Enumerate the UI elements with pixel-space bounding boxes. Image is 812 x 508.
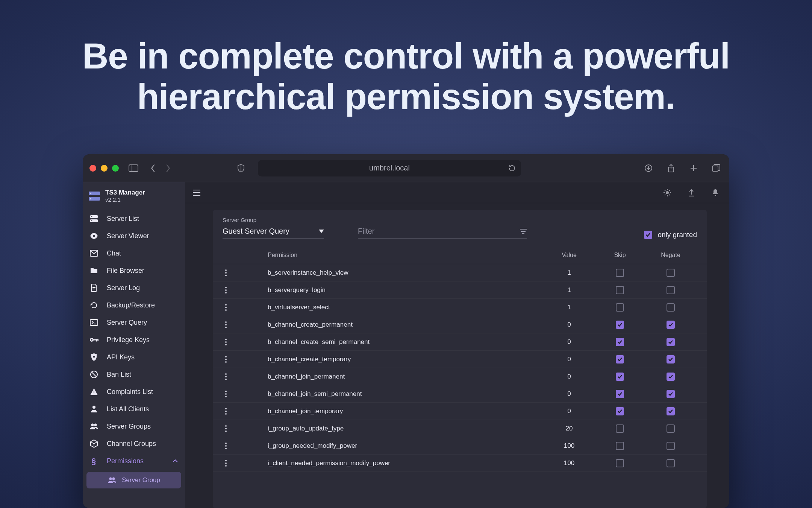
sidebar-item-label: Chat	[107, 249, 121, 257]
row-menu-button[interactable]	[223, 338, 268, 346]
sidebar-item-server-viewer[interactable]: Server Viewer	[83, 227, 185, 245]
sidebar-item-ban-list[interactable]: Ban List	[83, 366, 185, 383]
permission-value[interactable]: 0	[543, 408, 595, 415]
close-window-button[interactable]	[89, 165, 96, 172]
row-menu-button[interactable]	[223, 425, 268, 432]
sidebar-item-server-groups[interactable]: Server Groups	[83, 418, 185, 435]
minimize-window-button[interactable]	[101, 165, 108, 172]
row-menu-button[interactable]	[223, 459, 268, 467]
row-menu-button[interactable]	[223, 356, 268, 363]
permission-value[interactable]: 1	[543, 269, 595, 277]
checkbox[interactable]	[667, 459, 675, 467]
upload-icon[interactable]	[685, 186, 698, 199]
new-tab-icon[interactable]	[687, 162, 700, 175]
server-group-value: Guest Server Query	[223, 227, 289, 236]
sidebar-item-chat[interactable]: Chat	[83, 245, 185, 262]
permission-value[interactable]: 0	[543, 390, 595, 398]
forward-button[interactable]	[162, 162, 174, 175]
checkbox[interactable]	[616, 355, 624, 364]
sidebar-item-list-all-clients[interactable]: List All Clients	[83, 400, 185, 418]
sidebar-subitem-server-group[interactable]: Server Group	[86, 472, 181, 488]
checkbox[interactable]	[667, 373, 675, 381]
sidebar-item-server-query[interactable]: Server Query	[83, 314, 185, 331]
checkbox[interactable]	[616, 424, 624, 433]
checkbox[interactable]	[667, 442, 675, 450]
shield-icon	[89, 353, 98, 362]
titlebar-right	[642, 162, 723, 175]
permission-value[interactable]: 1	[543, 304, 595, 311]
permission-value[interactable]: 0	[543, 373, 595, 380]
only-granted-checkbox[interactable]	[644, 231, 652, 239]
row-menu-button[interactable]	[223, 373, 268, 380]
permission-name: i_client_needed_permission_modify_power	[268, 459, 543, 467]
checkbox[interactable]	[667, 286, 675, 294]
checkbox[interactable]	[667, 338, 675, 346]
checkbox[interactable]	[667, 407, 675, 415]
checkbox[interactable]	[616, 338, 624, 346]
sidebar-item-complaints-list[interactable]: Complaints List	[83, 383, 185, 400]
sidebar-item-backup-restore[interactable]: Backup/Restore	[83, 297, 185, 314]
back-button[interactable]	[147, 162, 159, 175]
svg-point-31	[91, 424, 94, 426]
row-menu-button[interactable]	[223, 390, 268, 398]
permission-value[interactable]: 0	[543, 321, 595, 329]
checkbox[interactable]	[616, 373, 624, 381]
svg-line-49	[665, 195, 665, 195]
checkbox[interactable]	[616, 286, 624, 294]
checkbox[interactable]	[667, 269, 675, 277]
checkbox[interactable]	[667, 424, 675, 433]
row-menu-button[interactable]	[223, 269, 268, 277]
row-menu-button[interactable]	[223, 286, 268, 294]
permission-value[interactable]: 0	[543, 356, 595, 363]
sidebar-item-privilege-keys[interactable]: Privilege Keys	[83, 331, 185, 348]
skip-cell	[595, 442, 644, 450]
sidebar-item-channel-groups[interactable]: Channel Groups	[83, 435, 185, 452]
row-menu-button[interactable]	[223, 442, 268, 450]
maximize-window-button[interactable]	[112, 165, 119, 172]
hamburger-icon[interactable]	[190, 186, 203, 199]
checkbox[interactable]	[616, 321, 624, 329]
address-bar[interactable]: umbrel.local	[258, 160, 521, 176]
checkbox[interactable]	[667, 390, 675, 398]
sidebar-item-permissions[interactable]: § Permissions	[83, 452, 185, 470]
checkbox[interactable]	[616, 269, 624, 277]
sidebar-toggle-icon[interactable]	[127, 162, 140, 175]
checkbox[interactable]	[616, 459, 624, 467]
theme-toggle-icon[interactable]	[661, 186, 674, 199]
server-group-select[interactable]: Server Group Guest Server Query	[223, 217, 324, 239]
share-icon[interactable]	[665, 162, 677, 175]
only-granted-toggle[interactable]: only granted	[644, 231, 697, 239]
checkbox[interactable]	[616, 442, 624, 450]
permission-value[interactable]: 1	[543, 286, 595, 294]
permission-value[interactable]: 0	[543, 338, 595, 346]
sidebar-item-label: File Browser	[107, 267, 144, 275]
permission-value[interactable]: 20	[543, 425, 595, 432]
tabs-overview-icon[interactable]	[710, 162, 723, 175]
sidebar-item-label: List All Clients	[107, 405, 149, 413]
svg-point-87	[225, 445, 227, 447]
checkbox[interactable]	[616, 407, 624, 415]
permissions-panel: Server Group Guest Server Query Filter	[213, 210, 707, 508]
filter-input[interactable]: Filter	[358, 225, 527, 239]
privacy-shield-icon[interactable]	[235, 162, 247, 175]
checkbox[interactable]	[667, 303, 675, 312]
sidebar-item-api-keys[interactable]: API Keys	[83, 348, 185, 366]
reload-icon[interactable]	[508, 164, 516, 172]
permission-value[interactable]: 100	[543, 459, 595, 467]
brand-block[interactable]: TS3 Manager v2.2.1	[83, 182, 185, 210]
svg-point-69	[225, 341, 227, 343]
notifications-icon[interactable]	[709, 186, 722, 199]
downloads-icon[interactable]	[642, 162, 655, 175]
mail-icon	[89, 249, 98, 258]
row-menu-button[interactable]	[223, 304, 268, 311]
row-menu-button[interactable]	[223, 321, 268, 329]
sidebar-item-server-list[interactable]: Server List	[83, 210, 185, 227]
row-menu-button[interactable]	[223, 408, 268, 415]
sidebar-item-server-log[interactable]: Server Log	[83, 279, 185, 297]
checkbox[interactable]	[667, 321, 675, 329]
sidebar-item-file-browser[interactable]: File Browser	[83, 262, 185, 279]
checkbox[interactable]	[616, 390, 624, 398]
checkbox[interactable]	[616, 303, 624, 312]
checkbox[interactable]	[667, 355, 675, 364]
permission-value[interactable]: 100	[543, 442, 595, 450]
